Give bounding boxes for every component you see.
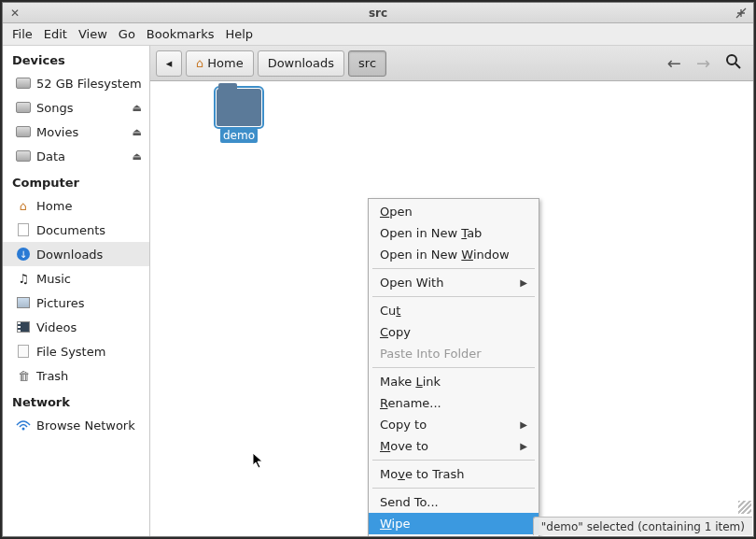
sidebar-item-documents[interactable]: Documents xyxy=(3,218,149,242)
menu-item-copy-to[interactable]: Copy to▶ xyxy=(369,414,539,435)
home-icon: ⌂ xyxy=(196,56,203,70)
search-icon xyxy=(725,53,742,70)
sidebar-item-pictures[interactable]: Pictures xyxy=(3,291,149,315)
menu-item-wipe-available-diskspace[interactable]: Wipe available diskspace xyxy=(369,534,539,536)
menu-view[interactable]: View xyxy=(73,25,113,43)
nav-forward-button[interactable]: → xyxy=(691,53,716,73)
file-manager-window: ✕ src File Edit View Go Bookmarks Help D… xyxy=(2,2,754,537)
chevron-left-icon: ◂ xyxy=(166,56,173,70)
sidebar: Devices52 GB FilesystemSongs⏏Movies⏏Data… xyxy=(3,46,150,536)
menu-separator xyxy=(372,268,535,269)
path-back-button[interactable]: ◂ xyxy=(156,50,182,77)
disk-icon xyxy=(16,76,31,91)
sidebar-item-label: Videos xyxy=(36,320,77,334)
window-close-icon[interactable]: ✕ xyxy=(7,5,23,21)
menu-item-move-to[interactable]: Move to▶ xyxy=(369,435,539,457)
menu-separator xyxy=(372,296,535,297)
disk-icon xyxy=(16,124,31,139)
file-pane[interactable]: demo OpenOpen in New TabOpen in New Wind… xyxy=(150,81,753,536)
folder-label: demo xyxy=(220,128,258,143)
path-label: Home xyxy=(207,56,243,70)
menu-bookmarks[interactable]: Bookmarks xyxy=(141,25,220,43)
eject-icon[interactable]: ⏏ xyxy=(133,150,142,163)
music-icon: ♫ xyxy=(16,271,31,286)
menu-item-wipe[interactable]: Wipe xyxy=(369,513,539,534)
toolbar: ◂ ⌂ Home Downloads src ← → xyxy=(150,46,753,81)
eject-icon[interactable]: ⏏ xyxy=(133,126,142,138)
menu-item-label: Open With xyxy=(380,276,443,290)
sidebar-item-music[interactable]: ♫Music xyxy=(3,266,149,291)
menu-separator xyxy=(372,488,535,489)
menu-item-open-in-new-tab[interactable]: Open in New Tab xyxy=(369,222,539,244)
sidebar-item-home[interactable]: ⌂Home xyxy=(3,193,149,218)
sidebar-item-file-system[interactable]: File System xyxy=(3,339,149,363)
resize-grip-icon[interactable] xyxy=(738,501,751,514)
search-button[interactable] xyxy=(720,53,748,74)
sidebar-item-label: Songs xyxy=(36,101,73,115)
menu-item-copy[interactable]: Copy xyxy=(369,321,539,343)
trash-icon: 🗑 xyxy=(16,368,31,383)
sidebar-item-downloads[interactable]: ↓Downloads xyxy=(3,242,149,266)
menu-item-label: Wipe xyxy=(380,517,410,531)
sidebar-item-data[interactable]: Data⏏ xyxy=(3,144,149,168)
sidebar-item-label: Pictures xyxy=(36,296,84,310)
menu-item-move-to-trash[interactable]: Move to Trash xyxy=(369,463,539,485)
down-icon: ↓ xyxy=(16,247,31,262)
menu-item-label: Copy xyxy=(380,325,411,339)
sidebar-item-52-gb-filesystem[interactable]: 52 GB Filesystem xyxy=(3,71,149,95)
path-segment-downloads[interactable]: Downloads xyxy=(258,50,344,77)
disk-icon xyxy=(16,149,31,163)
content-area: Devices52 GB FilesystemSongs⏏Movies⏏Data… xyxy=(3,46,753,536)
svg-line-2 xyxy=(735,64,740,68)
home-icon: ⌂ xyxy=(16,198,31,213)
menu-item-label: Open in New Tab xyxy=(380,226,482,240)
context-menu: OpenOpen in New TabOpen in New WindowOpe… xyxy=(368,198,539,536)
menu-item-cut[interactable]: Cut xyxy=(369,300,539,321)
wifi-icon xyxy=(16,418,31,433)
menu-file[interactable]: File xyxy=(7,25,38,43)
sidebar-item-label: Browse Network xyxy=(36,418,135,433)
path-label: Downloads xyxy=(268,56,334,70)
vid-icon xyxy=(16,319,31,334)
menu-item-open[interactable]: Open xyxy=(369,201,539,222)
menu-separator xyxy=(372,460,535,461)
menu-item-label: Move to Trash xyxy=(380,467,465,481)
submenu-arrow-icon: ▶ xyxy=(520,277,527,288)
menu-item-send-to[interactable]: Send To... xyxy=(369,491,539,513)
titlebar[interactable]: ✕ src xyxy=(3,3,753,23)
eject-icon[interactable]: ⏏ xyxy=(133,102,142,114)
menu-go[interactable]: Go xyxy=(113,25,141,43)
sidebar-item-songs[interactable]: Songs⏏ xyxy=(3,95,149,120)
menu-item-label: Rename... xyxy=(380,396,441,410)
sidebar-item-label: File System xyxy=(36,345,105,359)
sidebar-item-label: Home xyxy=(36,199,72,213)
submenu-arrow-icon: ▶ xyxy=(520,441,527,451)
menu-item-open-with[interactable]: Open With▶ xyxy=(369,272,539,293)
fs-icon xyxy=(16,344,31,359)
sidebar-item-label: Trash xyxy=(36,369,68,383)
folder-item[interactable]: demo xyxy=(206,89,272,143)
sidebar-item-movies[interactable]: Movies⏏ xyxy=(3,120,149,144)
window-maximize-icon[interactable] xyxy=(733,5,749,21)
menu-item-label: Cut xyxy=(380,304,400,318)
menu-edit[interactable]: Edit xyxy=(38,25,73,43)
path-segment-home[interactable]: ⌂ Home xyxy=(186,50,254,77)
menu-item-make-link[interactable]: Make Link xyxy=(369,371,539,392)
sidebar-item-browse-network[interactable]: Browse Network xyxy=(3,413,149,437)
pic-icon xyxy=(16,295,31,310)
submenu-arrow-icon: ▶ xyxy=(520,419,527,430)
menu-separator xyxy=(372,367,535,368)
path-segment-src[interactable]: src xyxy=(348,50,386,77)
doc-icon xyxy=(16,222,31,237)
menu-item-paste-into-folder: Paste Into Folder xyxy=(369,343,539,364)
nav-back-button[interactable]: ← xyxy=(662,53,687,73)
sidebar-item-videos[interactable]: Videos xyxy=(3,315,149,339)
menu-item-open-in-new-window[interactable]: Open in New Window xyxy=(369,244,539,265)
sidebar-section-devices: Devices xyxy=(3,46,149,71)
status-bar: "demo" selected (containing 1 item) xyxy=(533,517,752,535)
menu-item-label: Open xyxy=(380,205,413,219)
menu-item-rename[interactable]: Rename... xyxy=(369,392,539,414)
menu-help[interactable]: Help xyxy=(219,25,259,43)
sidebar-section-computer: Computer xyxy=(3,168,149,193)
sidebar-item-trash[interactable]: 🗑Trash xyxy=(3,363,149,388)
